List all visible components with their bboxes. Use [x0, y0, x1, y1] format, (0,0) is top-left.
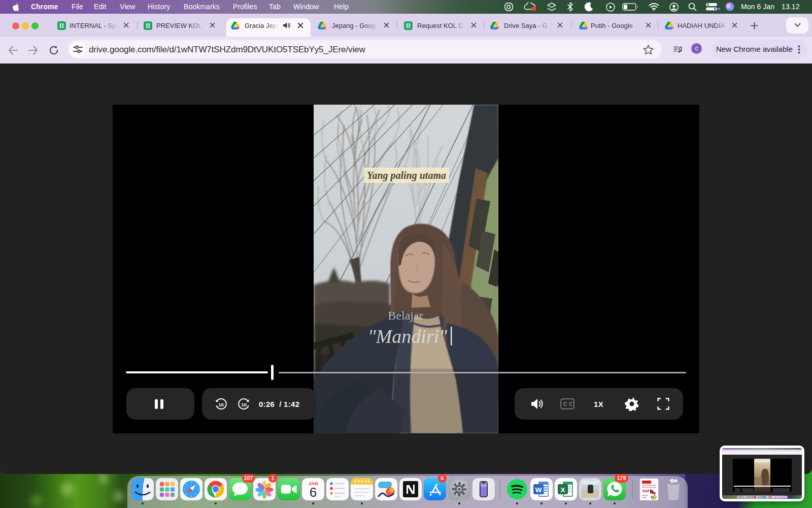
svg-text:W: W	[535, 486, 542, 494]
svg-text:X: X	[560, 486, 565, 494]
svg-text:Yang paling utama: Yang paling utama	[367, 170, 446, 181]
svg-text:Belajar: Belajar	[388, 309, 423, 322]
svg-text:10: 10	[241, 402, 247, 407]
svg-text:6: 6	[310, 485, 317, 500]
svg-text:"Mandiri": "Mandiri"	[368, 326, 448, 347]
svg-text:10: 10	[218, 402, 224, 407]
